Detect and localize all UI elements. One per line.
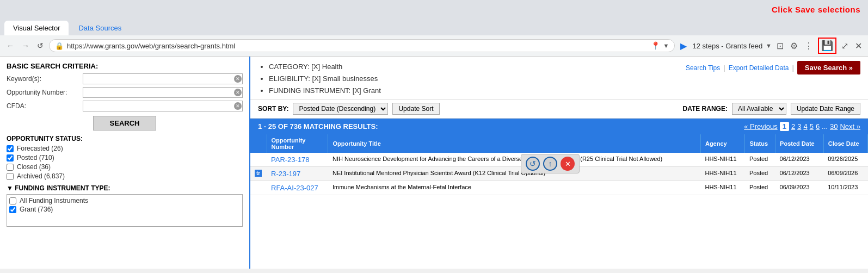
divider: | xyxy=(723,64,725,72)
opp-number-link[interactable]: PAR-23-178 xyxy=(271,156,310,164)
funding-checkbox-row: Grant (736) xyxy=(9,206,240,213)
row-title: NEI Institutional Mentored Physician Sci… xyxy=(328,167,700,181)
keyword-input[interactable] xyxy=(83,73,243,84)
opp-number-link[interactable]: RFA-AI-23-027 xyxy=(271,184,318,192)
save-icon-box[interactable]: 💾 xyxy=(818,38,836,54)
tr-tag: tr xyxy=(255,170,262,177)
status-checkbox-2[interactable] xyxy=(7,164,14,171)
col-header-agency: Agency xyxy=(700,134,744,153)
opp-number-clear-btn[interactable]: ✕ xyxy=(234,89,242,96)
funding-list: All Funding InstrumentsGrant (736) xyxy=(7,194,243,227)
back-button[interactable]: ← xyxy=(4,40,16,51)
page-4-link[interactable]: 4 xyxy=(803,122,807,131)
prev-page-link[interactable]: « Previous xyxy=(744,122,777,131)
more-icon[interactable]: ⋮ xyxy=(803,40,815,52)
sidebar: BASIC SEARCH CRITERIA: Keyword(s): ✕ Opp… xyxy=(0,57,250,269)
save-search-button[interactable]: Save Search » xyxy=(797,61,860,75)
funding-checkbox-row: All Funding Instruments xyxy=(9,197,240,204)
search-tips-link[interactable]: Search Tips xyxy=(686,64,720,72)
row-close: 10/11/2023 xyxy=(823,181,867,195)
status-checkbox-3[interactable] xyxy=(7,173,14,180)
update-date-button[interactable]: Update Date Range xyxy=(791,103,860,115)
status-checkbox-1[interactable] xyxy=(7,154,14,162)
next-page-link[interactable]: Next » xyxy=(840,122,860,131)
funding-checkbox-1[interactable] xyxy=(9,206,16,213)
page-30-link[interactable]: 30 xyxy=(830,122,838,131)
mini-back-btn[interactable]: ↺ xyxy=(526,157,540,171)
browser-tabs: Visual Selector Data Sources xyxy=(4,21,864,35)
tab-data-sources[interactable]: Data Sources xyxy=(70,21,130,35)
dropdown-arrow-icon[interactable]: ▼ xyxy=(663,42,669,49)
address-bar: 🔒 📍 ▼ xyxy=(49,39,675,52)
criteria-item: FUNDING INSTRUMENT: [X] Grant xyxy=(269,85,381,97)
sort-row: SORT BY: Posted Date (Descending) Update… xyxy=(258,103,440,115)
page-dots: ... xyxy=(822,122,828,131)
chevron-down-icon[interactable]: ▼ xyxy=(766,42,772,49)
funding-instrument-title: ▼ FUNDING INSTRUMENT TYPE: xyxy=(7,184,243,192)
results-count: 1 - 25 OF 736 MATCHING RESULTS: xyxy=(258,122,378,131)
refresh-button[interactable]: ↺ xyxy=(35,40,46,51)
row-posted: 06/12/2023 xyxy=(775,153,824,167)
status-label-3: Archived (6,837) xyxy=(17,172,65,180)
row-status: Posted xyxy=(745,181,775,195)
right-content: CATEGORY: [X] HealthELIGIBILITY: [X] Sma… xyxy=(250,57,868,269)
update-sort-button[interactable]: Update Sort xyxy=(392,103,439,115)
cfda-clear-btn[interactable]: ✕ xyxy=(234,102,242,110)
cfda-input[interactable] xyxy=(83,101,243,111)
keyword-clear-btn[interactable]: ✕ xyxy=(234,75,242,83)
search-button[interactable]: SEARCH xyxy=(93,116,157,131)
opp-number-link[interactable]: R-23-197 xyxy=(271,170,300,178)
mini-close-btn[interactable]: ✕ xyxy=(561,157,575,171)
opp-number-row: Opportunity Number: ✕ xyxy=(7,87,243,98)
table-header-row: OpportunityNumber Opportunity Title Agen… xyxy=(250,134,868,153)
page-2-link[interactable]: 2 xyxy=(791,122,795,131)
status-checkbox-row: Posted (710) xyxy=(7,154,243,162)
row-close: 06/09/2026 xyxy=(823,167,867,181)
lock-icon: 🔒 xyxy=(55,42,64,50)
date-range-row: DATE RANGE: All Available Update Date Ra… xyxy=(682,103,860,115)
sort-select[interactable]: Posted Date (Descending) xyxy=(293,103,388,115)
close-icon[interactable]: ✕ xyxy=(853,40,864,52)
status-label-2: Closed (36) xyxy=(17,163,51,171)
settings-icon[interactable]: ⚙ xyxy=(789,40,799,52)
play-button[interactable]: ▶ xyxy=(678,40,689,52)
cfda-row: CFDA: ✕ xyxy=(7,101,243,111)
row-agency: HHS-NIH11 xyxy=(700,153,744,167)
forward-button[interactable]: → xyxy=(20,40,32,51)
browser-chrome: Visual Selector Data Sources xyxy=(0,17,868,35)
page-1-current[interactable]: 1 xyxy=(780,122,789,131)
funding-checkbox-0[interactable] xyxy=(9,197,16,204)
url-input[interactable] xyxy=(67,42,648,50)
funding-label-0: All Funding Instruments xyxy=(20,197,88,204)
row-title: NIH Neuroscience Development for Advanci… xyxy=(328,153,700,167)
basic-search-title: BASIC SEARCH CRITERIA: xyxy=(7,62,243,70)
status-checkbox-0[interactable] xyxy=(7,145,14,152)
row-status: Posted xyxy=(745,153,775,167)
col-header-title: Opportunity Title xyxy=(328,134,700,153)
page-3-link[interactable]: 3 xyxy=(797,122,801,131)
main-content: BASIC SEARCH CRITERIA: Keyword(s): ✕ Opp… xyxy=(0,57,868,269)
col-header-close: Close Date xyxy=(823,134,867,153)
col-header-empty xyxy=(250,134,267,153)
opp-number-input[interactable] xyxy=(83,87,243,98)
criteria-item: ELIGIBILITY: [X] Small businesses xyxy=(269,73,381,85)
location-pin-icon[interactable]: 📍 xyxy=(651,41,660,50)
date-range-select[interactable]: All Available xyxy=(732,103,786,115)
date-range-label: DATE RANGE: xyxy=(682,105,727,113)
cast-icon[interactable]: ⊡ xyxy=(775,40,785,52)
opportunity-status-title: OPPORTUNITY STATUS: xyxy=(7,135,243,142)
row-posted: 06/12/2023 xyxy=(775,167,824,181)
tab-visual-selector[interactable]: Visual Selector xyxy=(4,21,69,35)
save-icon[interactable]: 💾 xyxy=(821,40,833,52)
steps-label[interactable]: 12 steps - Grants feed xyxy=(692,42,762,50)
row-posted: 06/09/2023 xyxy=(775,181,824,195)
status-checkbox-row: Forecasted (26) xyxy=(7,145,243,152)
mini-up-btn[interactable]: ↑ xyxy=(543,157,557,171)
page-6-link[interactable]: 6 xyxy=(816,122,820,131)
expand-icon[interactable]: ⤢ xyxy=(840,40,850,52)
opp-number-label: Opportunity Number: xyxy=(7,89,83,96)
funding-checkboxes: All Funding InstrumentsGrant (736) xyxy=(9,197,240,213)
sort-label: SORT BY: xyxy=(258,105,288,113)
page-5-link[interactable]: 5 xyxy=(810,122,814,131)
export-detailed-link[interactable]: Export Detailed Data xyxy=(729,64,789,72)
